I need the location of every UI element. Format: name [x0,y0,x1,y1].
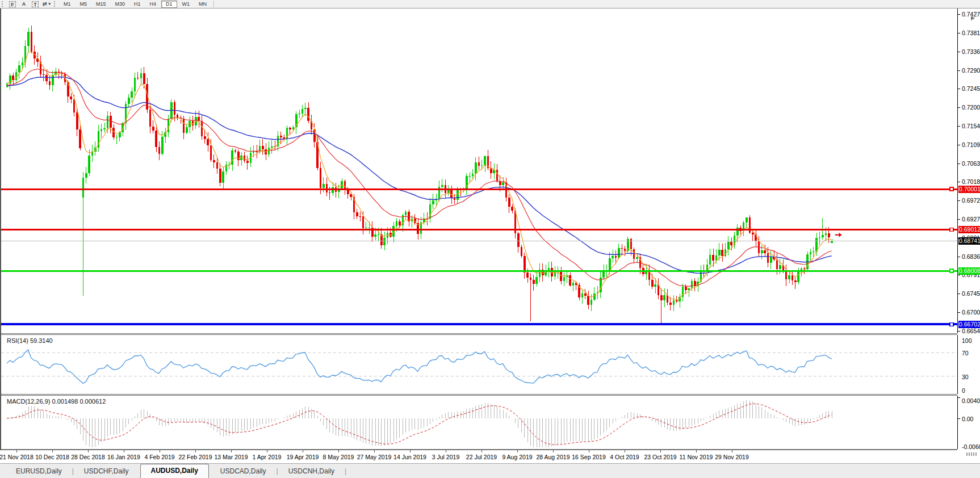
macd-axis: 0.0040170.00-0.00609 [957,396,980,449]
level-price-label: 0.66702 [958,321,980,328]
macd-scale-label: 0.004017 [962,397,980,404]
price-tick-label: 0.69270 [962,216,980,223]
price-tick-label: 0.72450 [962,85,980,92]
rsi-scale-label: 30 [962,374,969,380]
date-tick [553,450,554,452]
chart-tab-usdcad[interactable]: USDCAD,Daily [211,466,275,478]
price-tick-label: 0.72900 [962,67,980,74]
date-label: 29 Nov 2019 [715,454,749,460]
date-tick [124,450,124,452]
date-label: 22 Feb 2019 [179,454,212,460]
date-tick [16,450,17,452]
date-label: 21 Nov 2018 [0,454,33,460]
timeframe-button-D1[interactable]: D1 [161,1,177,8]
price-tick-label: 0.67000 [962,309,980,316]
rsi-scale-label: 100 [962,337,972,344]
timeframe-button-H1[interactable]: H1 [130,1,145,8]
tab-separator: | [344,467,347,478]
macd-tick [958,418,960,419]
level-price-label: 0.68008 [958,267,980,275]
chart-tab-audusd[interactable]: AUDUSD,Daily [140,464,209,478]
timeframe-button-MN[interactable]: MN [195,1,211,8]
timeframe-button-H4[interactable]: H4 [146,1,161,8]
timeframe-button-W1[interactable]: W1 [178,1,194,8]
price-tick-label: 0.70180 [962,178,980,185]
timeframe-button-M5[interactable]: M5 [76,1,91,8]
level-price-label: 0.69012 [958,226,980,233]
date-tick [52,450,53,452]
timeframe-button-M15[interactable]: M15 [92,1,110,8]
date-label: 23 Oct 2019 [644,454,676,460]
price-tick [958,126,960,127]
timeframe-button-M30[interactable]: M30 [111,1,129,8]
price-tick [958,145,960,145]
chart-tab-eurusd[interactable]: EURUSD,Daily [7,466,71,478]
date-label: 14 Jun 2019 [393,454,426,460]
price-tick-label: 0.67450 [962,290,980,297]
date-tick [517,450,518,452]
date-label: 13 Mar 2019 [215,454,248,460]
toolbar-grip[interactable] [54,1,56,7]
current-price-label: 0.68741 [958,237,980,245]
price-tick-label: 0.72000 [962,104,980,111]
price-tick [958,293,960,294]
date-axis[interactable]: 21 Nov 201810 Dec 201828 Dec 201816 Jan … [0,450,980,463]
date-label: 19 Apr 2019 [287,454,319,460]
date-tick [410,450,411,452]
date-tick [231,450,232,452]
date-tick [732,450,732,452]
fibonacci-icon: F [9,1,16,7]
price-tick [958,312,960,313]
toolbar-separator [213,1,214,7]
price-tick [958,257,960,257]
rsi-pane[interactable]: RSI(14) 59.3140 [1,335,957,394]
candlestick-canvas[interactable] [1,9,957,333]
date-tick [267,450,267,452]
price-tick-label: 0.71540 [962,123,980,129]
main-chart-pane[interactable] [1,9,957,333]
autoscroll-arrow-icon[interactable] [971,16,975,20]
date-label: 4 Oct 2019 [610,454,639,460]
resize-grip[interactable] [966,452,978,456]
macd-indicator-label: MACD(12,26,9) 0.001498 0.000612 [7,398,106,405]
macd-scale-label: 0.00 [962,416,973,422]
price-tick [958,163,960,164]
price-tick [958,182,960,182]
price-tick [958,52,960,52]
date-label: 10 Dec 2018 [35,454,69,460]
toolbar-grip[interactable] [2,1,4,7]
date-tick [625,450,625,452]
date-label: 16 Sep 2019 [572,454,606,460]
price-tick-label: 0.66540 [962,328,980,334]
date-tick [446,450,446,452]
arrow-objects-icon[interactable]: ⇄▾ [42,1,51,8]
rsi-scale-label: 0 [962,387,965,394]
fibonacci-icon[interactable]: F [8,1,17,8]
price-tick [958,33,960,33]
macd-pane[interactable]: MACD(12,26,9) 0.001498 0.000612 [1,396,957,449]
date-tick [660,450,661,452]
rsi-axis: 10070300 [957,335,980,394]
dropdown-caret-icon[interactable]: ▾ [49,2,51,6]
date-label: 28 Aug 2019 [537,454,570,460]
date-label: 27 May 2019 [357,454,392,460]
rsi-canvas[interactable] [1,335,957,394]
date-label: 8 May 2019 [323,454,354,460]
macd-canvas[interactable] [1,396,957,449]
chart-tab-usdcnh[interactable]: USDCNH,Daily [279,466,344,478]
text-label-icon[interactable]: A [19,1,28,8]
price-tick [958,200,960,201]
date-tick [696,450,697,452]
price-tick [958,275,960,275]
rsi-scale-label: 70 [962,350,969,357]
tab-separator: | [71,467,75,478]
price-tick-label: 0.70630 [962,160,980,167]
date-label: 28 Dec 2018 [71,454,105,460]
date-label: 22 Jul 2019 [466,454,497,460]
text-icon[interactable]: T [31,1,40,8]
text-icon: T [32,1,39,7]
chart-window: ▼ AUDUSD,Daily 0.68694 0.68782 0.68690 0… [0,9,980,463]
price-tick [958,89,960,89]
chart-tab-usdchf[interactable]: USDCHF,Daily [75,466,138,478]
timeframe-button-M1[interactable]: M1 [60,1,75,8]
